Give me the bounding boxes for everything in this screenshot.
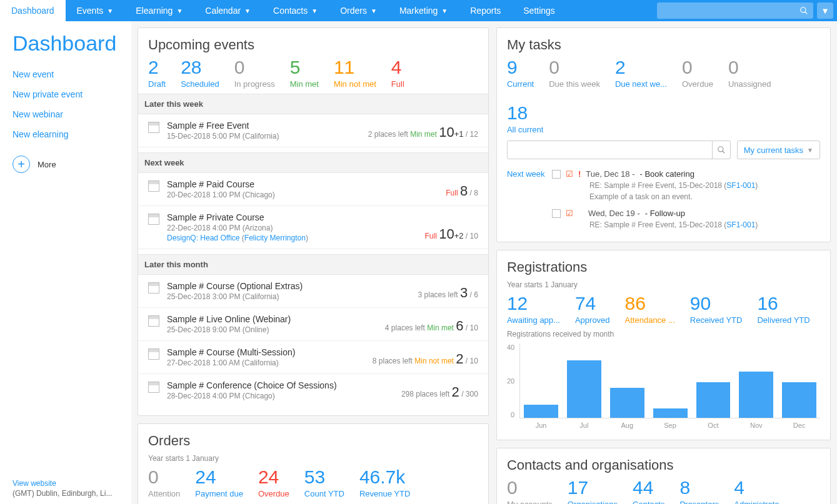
nav-contacts[interactable]: Contacts▼ bbox=[262, 0, 329, 21]
sidebar-link[interactable]: New webinar bbox=[13, 104, 119, 124]
stat-label: Overdue bbox=[258, 489, 289, 498]
task-item[interactable]: Next week☑!Tue, Dec 18 - - Book catering… bbox=[507, 166, 820, 205]
stat[interactable]: 4Full bbox=[391, 58, 404, 89]
task-ref-link[interactable]: SF1-001 bbox=[726, 220, 755, 229]
nav-dashboard[interactable]: Dashboard bbox=[0, 0, 66, 21]
search-icon[interactable] bbox=[712, 141, 731, 159]
event-row[interactable]: Sample # Course (Multi-Session)27-Dec-20… bbox=[138, 341, 488, 374]
more-button[interactable]: + More bbox=[13, 156, 119, 173]
task-ref: RE: Sample # Free Event, 15-Dec-2018 (SF… bbox=[589, 220, 820, 229]
event-row[interactable]: Sample # Course (Optional Extras)25-Dec-… bbox=[138, 275, 488, 308]
stat[interactable]: 74Approved bbox=[575, 294, 610, 325]
event-title: Sample # Live Online (Webinar) bbox=[167, 314, 385, 324]
sidebar-link[interactable]: New elearning bbox=[13, 124, 119, 144]
stat[interactable]: 53Count YTD bbox=[304, 468, 344, 498]
nav-events[interactable]: Events▼ bbox=[66, 0, 125, 21]
task-checkbox[interactable] bbox=[552, 170, 561, 179]
more-label: More bbox=[38, 160, 56, 169]
sidebar-link[interactable]: New private event bbox=[13, 84, 119, 104]
event-capacity: 2 places left Min met 10+1 / 12 bbox=[368, 124, 478, 141]
svg-point-0 bbox=[801, 7, 806, 12]
stat[interactable]: 24Payment due bbox=[195, 468, 243, 498]
event-meta: 15-Dec-2018 5:00 PM (California) bbox=[167, 132, 368, 141]
global-dropdown-button[interactable]: ▼ bbox=[817, 2, 833, 19]
task-type-icon: ☑ bbox=[566, 169, 573, 179]
stat[interactable]: 5Min met bbox=[290, 58, 319, 89]
x-tick: Jun bbox=[536, 422, 547, 429]
stat[interactable]: 90Received YTD bbox=[690, 294, 743, 325]
stat[interactable]: 18All current bbox=[507, 104, 544, 134]
stat-number: 0 bbox=[507, 478, 553, 497]
stat-number: 0 bbox=[148, 468, 180, 487]
stat[interactable]: 46.7kRevenue YTD bbox=[359, 468, 410, 498]
nav-reports[interactable]: Reports bbox=[459, 0, 512, 21]
stat[interactable]: 16Delivered YTD bbox=[757, 294, 809, 325]
stat-number: 16 bbox=[757, 294, 809, 313]
stat-number: 4 bbox=[734, 478, 786, 497]
stat[interactable]: 0Attention bbox=[148, 468, 180, 498]
event-row[interactable]: Sample # Conference (Choice Of Sessions)… bbox=[138, 374, 488, 407]
event-status-tag: Full bbox=[446, 189, 458, 197]
stat[interactable]: 0Unassigned bbox=[728, 58, 771, 89]
stat[interactable]: 4Administrato... bbox=[734, 478, 786, 504]
event-meta: 20-Dec-2018 1:00 PM (Chicago) bbox=[167, 190, 446, 199]
caret-down-icon: ▼ bbox=[371, 7, 377, 14]
stat[interactable]: 8Presenters bbox=[679, 478, 719, 504]
stat[interactable]: 2Due next we... bbox=[615, 58, 667, 89]
task-filter-dropdown[interactable]: My current tasks ▼ bbox=[737, 141, 820, 159]
event-org-link[interactable]: DesignQ: Head Office bbox=[167, 234, 240, 242]
event-row[interactable]: Sample # Paid Course20-Dec-2018 1:00 PM … bbox=[138, 173, 488, 206]
stat[interactable]: 11Min not met bbox=[334, 58, 376, 89]
stat-label: Full bbox=[391, 79, 404, 89]
task-checkbox[interactable] bbox=[552, 209, 561, 218]
calendar-icon bbox=[148, 214, 159, 225]
sidebar-link[interactable]: New event bbox=[13, 64, 119, 84]
stat-number: 0 bbox=[682, 58, 713, 77]
stat[interactable]: 24Overdue bbox=[258, 468, 289, 498]
stat-label: Current bbox=[507, 79, 534, 89]
stat[interactable]: 0Due this week bbox=[549, 58, 600, 89]
stat[interactable]: 28Scheduled bbox=[181, 58, 219, 89]
event-person-link[interactable]: Felicity Merrington bbox=[244, 234, 306, 242]
event-row[interactable]: Sample # Live Online (Webinar)25-Dec-201… bbox=[138, 308, 488, 341]
stat[interactable]: 12Awaiting app... bbox=[507, 294, 560, 325]
stat[interactable]: 0My accounts bbox=[507, 478, 553, 504]
stat[interactable]: 86Attendance ... bbox=[625, 294, 675, 325]
svg-line-3 bbox=[723, 151, 725, 154]
stat-number: 0 bbox=[234, 58, 275, 77]
stat-number: 90 bbox=[690, 294, 743, 313]
y-tick: 20 bbox=[507, 377, 514, 385]
stat[interactable]: 2Draft bbox=[148, 58, 166, 89]
task-search-input[interactable] bbox=[507, 141, 731, 159]
stat-number: 46.7k bbox=[359, 468, 410, 487]
svg-line-1 bbox=[805, 12, 808, 14]
plus-icon: + bbox=[13, 156, 30, 173]
stat[interactable]: 9Current bbox=[507, 58, 534, 89]
stat[interactable]: 0In progress bbox=[234, 58, 275, 89]
view-website-link[interactable]: View website bbox=[13, 479, 112, 488]
event-row[interactable]: Sample # Free Event15-Dec-2018 5:00 PM (… bbox=[138, 114, 488, 147]
stat-number: 86 bbox=[625, 294, 675, 313]
stat-label: Administrato... bbox=[734, 500, 786, 504]
event-row[interactable]: Sample # Private Course22-Dec-2018 4:00 … bbox=[138, 206, 488, 249]
stat[interactable]: 0Overdue bbox=[682, 58, 713, 89]
stat-label: Contacts bbox=[633, 500, 664, 504]
stat-number: 4 bbox=[391, 58, 404, 77]
global-search-button[interactable] bbox=[794, 2, 813, 19]
caret-down-icon: ▼ bbox=[441, 7, 448, 14]
nav-calendar[interactable]: Calendar▼ bbox=[194, 0, 262, 21]
event-status-tag: Min met bbox=[427, 324, 454, 332]
nav-orders[interactable]: Orders▼ bbox=[329, 0, 388, 21]
stat[interactable]: 44Contacts bbox=[633, 478, 664, 504]
nav-settings[interactable]: Settings bbox=[512, 0, 566, 21]
nav-marketing[interactable]: Marketing▼ bbox=[388, 0, 459, 21]
chart-bar bbox=[696, 382, 731, 418]
global-search-input[interactable] bbox=[657, 2, 794, 19]
contacts-heading: Contacts and organisations bbox=[507, 457, 820, 473]
nav-elearning[interactable]: Elearning▼ bbox=[124, 0, 194, 21]
task-ref-link[interactable]: SF1-001 bbox=[726, 181, 755, 190]
task-item[interactable]: ☑Wed, Dec 19 - - Follow-upRE: Sample # F… bbox=[507, 205, 820, 233]
stat-number: 2 bbox=[148, 58, 166, 77]
stat[interactable]: 17Organisations bbox=[568, 478, 618, 504]
calendar-icon bbox=[148, 122, 159, 133]
